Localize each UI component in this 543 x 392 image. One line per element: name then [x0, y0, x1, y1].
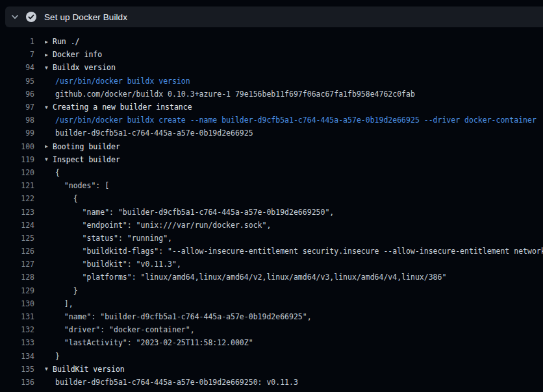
log-text: "driver": "docker-container", — [55, 325, 195, 334]
group-toggle-icon: ▼ — [45, 104, 53, 110]
line-number[interactable]: 95 — [0, 77, 34, 86]
group-toggle-icon: ▼ — [45, 366, 53, 372]
log-line: 132 "driver": "docker-container", — [0, 323, 543, 336]
log-line: 126 "buildkitd-flags": "--allow-insecure… — [0, 245, 543, 258]
log-line: 136 builder-d9cfb5a1-c764-445a-a57e-0b19… — [0, 376, 543, 389]
log-text: { — [55, 194, 78, 203]
log-line[interactable]: 119 ▼ Inspect builder — [0, 153, 543, 166]
line-number[interactable]: 132 — [0, 325, 34, 334]
log-line: 127 "buildkit": "v0.11.3", — [0, 258, 543, 271]
log-line: 130 ], — [0, 297, 543, 310]
log-line-content: { — [45, 168, 543, 177]
line-number[interactable]: 98 — [0, 116, 34, 125]
line-number[interactable]: 136 — [0, 378, 34, 387]
log-line: 125 "status": "running", — [0, 232, 543, 245]
log-line-content: ], — [45, 299, 543, 308]
line-number[interactable]: 121 — [0, 181, 34, 190]
log-text: "status": "running", — [55, 234, 172, 243]
log-line-content: { — [45, 194, 543, 203]
log-line-content: "lastActivity": "2023-02-25T11:58:12.000… — [45, 338, 543, 347]
log-line[interactable]: 100 ▶ Booting builder — [0, 140, 543, 153]
log-line-content: } — [45, 352, 543, 361]
log-line-content: ▼ Inspect builder — [45, 155, 543, 164]
log-text: BuildKit version — [53, 365, 125, 374]
line-number[interactable]: 131 — [0, 312, 34, 321]
log-text: Docker info — [53, 50, 102, 59]
log-line-content: ▼ BuildKit version — [45, 365, 543, 374]
log-text: Booting builder — [53, 142, 120, 151]
log-line-content: "driver": "docker-container", — [45, 325, 543, 334]
line-number[interactable]: 97 — [0, 103, 34, 112]
line-number[interactable]: 100 — [0, 142, 34, 151]
line-number[interactable]: 123 — [0, 208, 34, 217]
log-text: "lastActivity": "2023-02-25T11:58:12.000… — [55, 338, 253, 347]
log-line: 98 /usr/bin/docker buildx create --name … — [0, 114, 543, 127]
log-line-content: ▼ Creating a new builder instance — [45, 103, 543, 112]
line-number[interactable]: 134 — [0, 352, 34, 361]
group-toggle-icon: ▼ — [45, 65, 53, 71]
log-line-content: "status": "running", — [45, 234, 543, 243]
log-text: ], — [55, 299, 73, 308]
line-number[interactable]: 99 — [0, 129, 34, 138]
log-line-content: "name": "builder-d9cfb5a1-c764-445a-a57e… — [45, 312, 543, 321]
line-number[interactable]: 127 — [0, 260, 34, 269]
line-number[interactable]: 7 — [0, 50, 34, 59]
log-line: 131 "name": "builder-d9cfb5a1-c764-445a-… — [0, 310, 543, 323]
group-toggle-icon: ▶ — [45, 143, 53, 149]
line-number[interactable]: 1 — [0, 37, 34, 46]
log-line-content: "platforms": "linux/amd64,linux/amd64/v2… — [45, 273, 543, 282]
log-text: /usr/bin/docker buildx create --name bui… — [55, 116, 537, 125]
log-line-content: /usr/bin/docker buildx version — [45, 77, 543, 86]
log-text: "buildkit": "v0.11.3", — [55, 260, 181, 269]
line-number[interactable]: 128 — [0, 273, 34, 282]
log-line: 133 "lastActivity": "2023-02-25T11:58:12… — [0, 336, 543, 349]
log-line[interactable]: 1 ▶ Run ./ — [0, 35, 543, 48]
group-toggle-icon: ▼ — [45, 156, 53, 162]
line-number[interactable]: 96 — [0, 90, 34, 99]
log-text: { — [55, 168, 60, 177]
log-text: } — [55, 352, 60, 361]
log-text: Creating a new builder instance — [53, 103, 192, 112]
log-line[interactable]: 7 ▶ Docker info — [0, 48, 543, 61]
log-line-content: github.com/docker/buildx 0.10.3+azure-1 … — [45, 90, 543, 99]
line-number[interactable]: 122 — [0, 194, 34, 203]
log-text: Buildx version — [53, 63, 116, 72]
step-header[interactable]: Set up Docker Buildx — [5, 6, 543, 27]
log-line-content: ▶ Run ./ — [45, 37, 543, 46]
log-text: "name": "builder-d9cfb5a1-c764-445a-a57e… — [55, 208, 334, 217]
log-line[interactable]: 94 ▼ Buildx version — [0, 61, 543, 74]
chevron-down-icon — [10, 12, 19, 21]
log-line-content: builder-d9cfb5a1-c764-445a-a57e-0b19d2e6… — [45, 378, 543, 387]
log-text: "platforms": "linux/amd64,linux/amd64/v2… — [55, 273, 446, 282]
line-number[interactable]: 135 — [0, 365, 34, 374]
line-number[interactable]: 130 — [0, 299, 34, 308]
line-number[interactable]: 94 — [0, 63, 34, 72]
log-text: github.com/docker/buildx 0.10.3+azure-1 … — [55, 90, 415, 99]
log-line[interactable]: 135 ▼ BuildKit version — [0, 363, 543, 376]
log-line: 121 "nodes": [ — [0, 179, 543, 192]
line-number[interactable]: 120 — [0, 168, 34, 177]
log-line: 129 } — [0, 284, 543, 297]
log-line: 120 { — [0, 166, 543, 179]
log-line-content: ▶ Docker info — [45, 50, 543, 59]
log-line-content: ▶ Booting builder — [45, 142, 543, 151]
line-number[interactable]: 129 — [0, 286, 34, 295]
line-number[interactable]: 119 — [0, 155, 34, 164]
log-line-content: "name": "builder-d9cfb5a1-c764-445a-a57e… — [45, 208, 543, 217]
log-text: Run ./ — [53, 37, 80, 46]
log-line-content: ▼ Buildx version — [45, 63, 543, 72]
line-number[interactable]: 124 — [0, 221, 34, 230]
log-line: 99 builder-d9cfb5a1-c764-445a-a57e-0b19d… — [0, 127, 543, 140]
log-text: "name": "builder-d9cfb5a1-c764-445a-a57e… — [55, 312, 312, 321]
log-text: builder-d9cfb5a1-c764-445a-a57e-0b19d2e6… — [55, 378, 298, 387]
line-number[interactable]: 125 — [0, 234, 34, 243]
group-toggle-icon: ▶ — [45, 52, 53, 58]
log-text: /usr/bin/docker buildx version — [55, 77, 190, 86]
line-number[interactable]: 133 — [0, 338, 34, 347]
log-text: "buildkitd-flags": "--allow-insecure-ent… — [55, 247, 543, 256]
log-text: "nodes": [ — [55, 181, 109, 190]
log-line-content: "buildkitd-flags": "--allow-insecure-ent… — [45, 247, 543, 256]
line-number[interactable]: 126 — [0, 247, 34, 256]
log-line[interactable]: 97 ▼ Creating a new builder instance — [0, 101, 543, 114]
log-line-content: /usr/bin/docker buildx create --name bui… — [45, 116, 543, 125]
